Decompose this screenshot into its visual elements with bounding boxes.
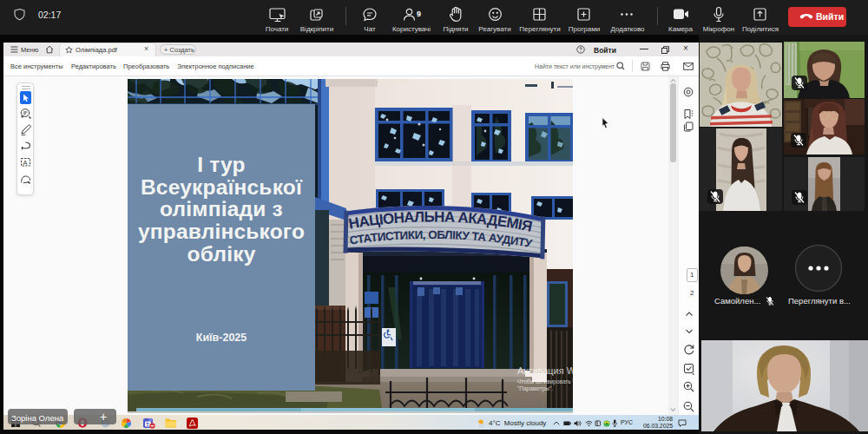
svg-text:Чтобы активировать Windows, пе: Чтобы активировать Windows, перейдите в …	[517, 378, 573, 385]
svg-text:A: A	[23, 159, 28, 167]
svg-text:управлінського: управлінського	[138, 220, 305, 243]
svg-text:"Параметры".: "Параметры".	[517, 385, 553, 392]
svg-text:Активация Windows: Активация Windows	[517, 365, 573, 376]
svg-text:І тур: І тур	[197, 153, 246, 176]
svg-text:обліку: обліку	[187, 242, 256, 266]
svg-text:Київ-2025: Київ-2025	[196, 332, 247, 344]
svg-text:Всеукраїнської: Всеукраїнської	[141, 175, 303, 199]
svg-text:олімпіади з: олімпіади з	[160, 197, 283, 220]
